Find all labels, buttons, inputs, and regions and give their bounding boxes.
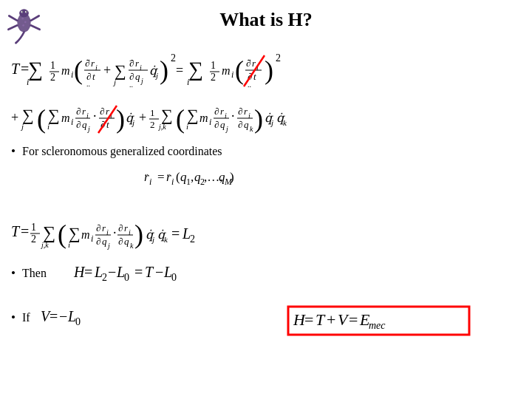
svg-text:∂: ∂ [238, 106, 243, 117]
svg-text:2: 2 [211, 72, 216, 83]
svg-text:k: k [130, 242, 134, 250]
svg-text:j,k: j,k [157, 123, 166, 131]
svg-text:q: q [124, 236, 129, 247]
svg-text:T: T [11, 61, 21, 77]
svg-text:): ) [230, 170, 234, 184]
svg-text:i: i [231, 69, 233, 80]
svg-text:=: = [304, 310, 313, 329]
svg-text:2: 2 [276, 52, 281, 64]
svg-text:): ) [116, 104, 125, 134]
svg-text:2: 2 [31, 233, 36, 245]
svg-text:=: = [50, 308, 58, 324]
svg-text:q: q [220, 119, 225, 130]
svg-text:+: + [327, 310, 335, 329]
svg-text:=: = [171, 225, 180, 242]
svg-text:∂: ∂ [118, 222, 123, 233]
equations-area: T = ∑ i 1 2 m i ( ∂ r i .. ∂ t .. + ∑ j [0, 33, 532, 395]
svg-text:): ) [160, 55, 168, 85]
svg-text:(: ( [58, 219, 66, 249]
svg-text:k: k [250, 125, 253, 133]
svg-text:=: = [176, 63, 183, 78]
svg-text:∑: ∑ [48, 106, 60, 124]
svg-text:∂: ∂ [96, 236, 101, 247]
svg-text:..: .. [248, 54, 251, 62]
svg-text:∂: ∂ [118, 236, 123, 247]
svg-text:=: = [21, 223, 29, 239]
svg-text:∂: ∂ [76, 106, 81, 117]
svg-text:2: 2 [102, 272, 107, 283]
svg-text:=: = [349, 310, 358, 329]
page-title: What is H? [0, 9, 532, 31]
svg-text:∑: ∑ [115, 61, 126, 80]
svg-text:•: • [11, 266, 16, 280]
svg-text:j: j [112, 78, 116, 86]
svg-text:1: 1 [150, 107, 155, 118]
svg-text:2: 2 [50, 72, 55, 83]
svg-text:j: j [140, 77, 143, 85]
svg-text:∑: ∑ [161, 106, 173, 124]
svg-text:=: = [134, 264, 143, 280]
svg-text:..: .. [129, 55, 133, 63]
svg-text:∂: ∂ [238, 119, 243, 130]
svg-text:i: i [71, 69, 73, 80]
svg-text:∂: ∂ [76, 119, 81, 130]
svg-text:2: 2 [150, 119, 155, 130]
svg-text:•: • [11, 310, 16, 324]
svg-text:∑: ∑ [28, 58, 43, 81]
svg-text:∂: ∂ [214, 119, 219, 130]
svg-text:·: · [93, 109, 97, 123]
svg-text:(: ( [176, 104, 185, 134]
svg-text:1: 1 [50, 60, 55, 71]
svg-text:∑: ∑ [188, 58, 203, 81]
svg-text:..: .. [129, 81, 133, 89]
svg-text:q: q [82, 119, 87, 130]
svg-text:∑: ∑ [43, 223, 55, 243]
svg-text:=: = [157, 170, 165, 184]
svg-text:1: 1 [31, 222, 36, 233]
svg-text:i: i [47, 122, 50, 131]
svg-text:j: j [20, 122, 24, 131]
svg-text:..: .. [145, 168, 149, 177]
svg-text:j: j [106, 242, 110, 250]
svg-text:i: i [68, 240, 70, 249]
svg-text:mec: mec [369, 320, 386, 331]
svg-text:∂: ∂ [96, 222, 101, 233]
svg-text:j: j [86, 125, 90, 133]
svg-text:i: i [186, 122, 188, 131]
page: What is H? T = ∑ i 1 2 m i ( ∂ r i .. ∂ … [0, 0, 532, 399]
svg-text:For scleronomous generalized c: For scleronomous generalized coordinates [22, 145, 222, 158]
svg-text:m: m [81, 228, 90, 241]
svg-text:i: i [209, 117, 211, 127]
svg-text:−: − [155, 264, 163, 280]
svg-text:,: , [191, 170, 194, 184]
svg-text:(: ( [235, 55, 244, 85]
svg-text:): ) [134, 219, 143, 249]
svg-text:..: .. [86, 54, 90, 62]
svg-text:·: · [231, 109, 235, 123]
svg-text:j,k: j,k [40, 241, 49, 249]
svg-text:T: T [145, 264, 154, 280]
svg-text:m: m [200, 112, 208, 124]
svg-text:2: 2 [190, 233, 195, 245]
svg-text:j: j [225, 125, 228, 133]
svg-text:t: t [92, 71, 95, 82]
svg-text:q: q [244, 119, 249, 130]
svg-text:−: − [108, 264, 116, 280]
svg-text:(: ( [74, 55, 83, 85]
svg-text:If: If [22, 311, 30, 324]
svg-text:∂: ∂ [100, 106, 105, 117]
svg-text:0: 0 [171, 272, 177, 283]
svg-text:T: T [316, 310, 326, 329]
svg-text:+: + [11, 110, 18, 125]
svg-text:∑: ∑ [187, 106, 199, 124]
svg-text:+: + [139, 110, 146, 125]
svg-text:1: 1 [211, 60, 216, 71]
svg-text:i: i [171, 177, 174, 187]
svg-text:∑: ∑ [69, 224, 81, 242]
svg-text:−: − [59, 308, 67, 324]
svg-text:0: 0 [124, 272, 129, 283]
svg-text:q: q [135, 71, 140, 82]
svg-text:m: m [61, 64, 70, 77]
svg-text:i: i [91, 233, 93, 244]
svg-text:q: q [102, 236, 107, 247]
